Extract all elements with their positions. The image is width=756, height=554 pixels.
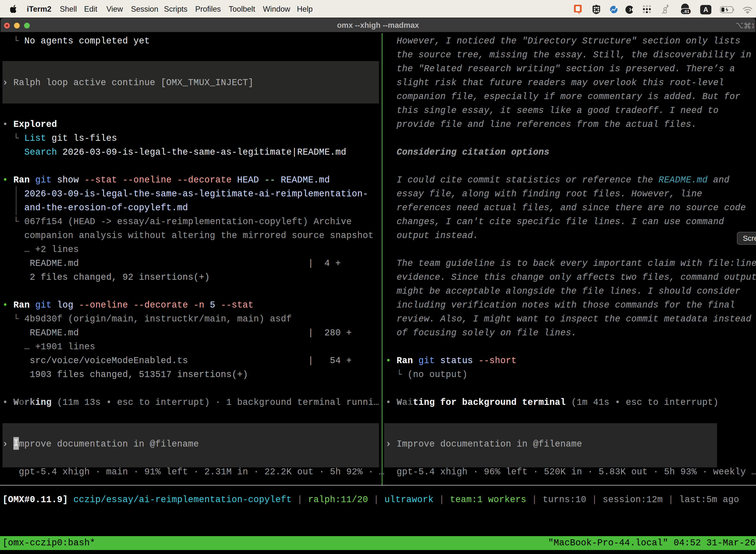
svg-text:..61: ..61 — [682, 9, 689, 14]
svg-text:1: 1 — [751, 22, 754, 30]
